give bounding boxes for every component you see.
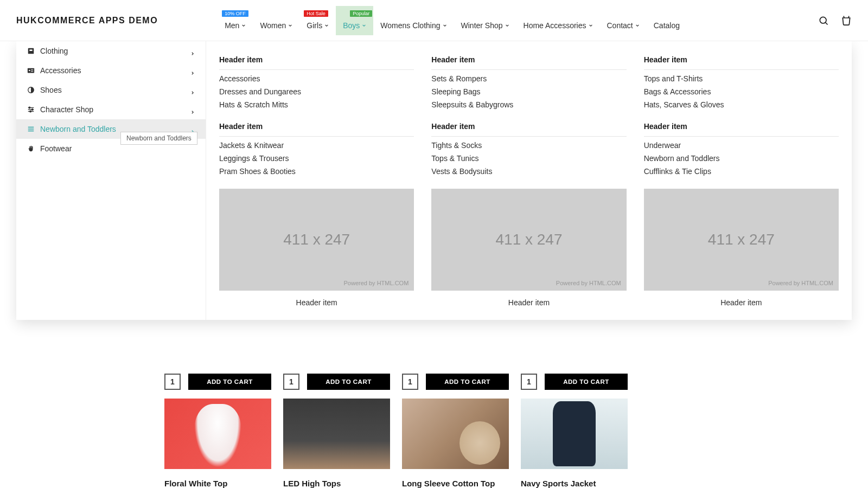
mega-link[interactable]: Pram Shoes & Booties xyxy=(219,167,414,176)
mega-link[interactable]: Bags & Accessories xyxy=(644,87,839,96)
mega-link[interactable]: Jackets & Knitwear xyxy=(219,141,414,150)
add-to-cart-button[interactable]: ADD TO CART xyxy=(545,374,628,390)
mega-group-header: Header item xyxy=(431,52,626,70)
mega-link[interactable]: Tops & Tunics xyxy=(431,154,626,163)
header-actions xyxy=(818,15,852,26)
nav-item-label: Men xyxy=(225,21,239,30)
add-to-cart-button[interactable]: ADD TO CART xyxy=(307,374,390,390)
mega-link[interactable]: Vests & Bodysuits xyxy=(431,167,626,176)
mega-link[interactable]: Cufflinks & Tie Clips xyxy=(644,167,839,176)
mega-link[interactable]: Hats, Scarves & Gloves xyxy=(644,100,839,109)
sidebar-item-label: Accessories xyxy=(40,66,81,75)
nav-item-label: Women xyxy=(260,21,286,30)
sidebar-item-accessories[interactable]: Accessories xyxy=(16,61,206,80)
nav-item-catalog[interactable]: Catalog xyxy=(647,6,687,35)
sidebar-item-label: Shoes xyxy=(40,86,62,94)
svg-point-13 xyxy=(31,109,33,111)
nav-item-label: Contact xyxy=(607,21,633,30)
chevron-right-icon xyxy=(190,127,195,131)
quantity-stepper[interactable]: 1 xyxy=(521,374,537,390)
tooltip: Newborn and Toddlers xyxy=(120,132,197,145)
nav-item-womens-clothing[interactable]: Womens Clothing xyxy=(373,6,454,35)
svg-rect-7 xyxy=(31,71,33,72)
mega-group-header: Header item xyxy=(644,52,839,70)
product-image[interactable] xyxy=(283,399,390,469)
mega-menu: ClothingAccessoriesShoesCharacter ShopNe… xyxy=(16,41,852,320)
placeholder-image[interactable]: 411 x 247Powered by HTML.COM xyxy=(644,189,839,291)
chevron-right-icon xyxy=(190,49,195,53)
chevron-right-icon xyxy=(190,68,195,73)
product-card: 1ADD TO CARTLong Sleeve Cotton Top xyxy=(402,374,509,488)
sidebar-item-clothing[interactable]: Clothing xyxy=(16,41,206,61)
sidebar-item-character-shop[interactable]: Character Shop xyxy=(16,100,206,119)
chevron-down-icon xyxy=(635,23,640,28)
quantity-stepper[interactable]: 1 xyxy=(402,374,418,390)
mega-group-header: Header item xyxy=(219,52,414,70)
product-title[interactable]: Navy Sports Jacket xyxy=(521,479,628,488)
id-icon xyxy=(27,67,35,74)
mega-link[interactable]: Sets & Rompers xyxy=(431,74,626,83)
mega-column: Header itemSets & RompersSleeping BagsSl… xyxy=(431,52,626,307)
settings-icon xyxy=(27,106,35,113)
contact-icon xyxy=(27,47,35,55)
product-image[interactable] xyxy=(164,399,271,469)
svg-point-12 xyxy=(29,107,30,108)
add-to-cart-button[interactable]: ADD TO CART xyxy=(188,374,271,390)
nav-item-contact[interactable]: Contact xyxy=(600,6,647,35)
mega-group-header: Header item xyxy=(644,119,839,137)
cart-icon[interactable] xyxy=(841,15,852,26)
nav-item-home-accessories[interactable]: Home Accessories xyxy=(516,6,600,35)
mega-link[interactable]: Underwear xyxy=(644,141,839,150)
nav-item-girls[interactable]: Hot SaleGirls xyxy=(299,6,336,35)
nav-badge: 10% OFF xyxy=(222,10,248,17)
svg-point-14 xyxy=(30,111,31,112)
mega-link[interactable]: Hats & Scratch Mitts xyxy=(219,100,414,109)
chevron-right-icon xyxy=(190,107,195,112)
nav-item-women[interactable]: Women xyxy=(253,6,299,35)
quantity-stepper[interactable]: 1 xyxy=(164,374,181,390)
product-title[interactable]: Floral White Top xyxy=(164,479,271,488)
product-title[interactable]: LED High Tops xyxy=(283,479,390,488)
category-sidebar: ClothingAccessoriesShoesCharacter ShopNe… xyxy=(16,41,206,320)
placeholder-caption[interactable]: Header item xyxy=(219,298,414,307)
product-card: 1ADD TO CARTFloral White Top xyxy=(164,374,271,488)
mega-group-header: Header item xyxy=(431,119,626,137)
nav-item-men[interactable]: 10% OFFMen xyxy=(218,6,253,35)
product-image[interactable] xyxy=(521,399,628,469)
mega-link[interactable]: Newborn and Toddlers xyxy=(644,154,839,163)
add-to-cart-button[interactable]: ADD TO CART xyxy=(426,374,509,390)
product-title[interactable]: Long Sleeve Cotton Top xyxy=(402,479,509,488)
svg-rect-4 xyxy=(28,68,34,73)
mega-link[interactable]: Sleeping Bags xyxy=(431,87,626,96)
placeholder-credit: Powered by HTML.COM xyxy=(344,280,409,286)
mega-link[interactable]: Accessories xyxy=(219,74,414,83)
placeholder-image[interactable]: 411 x 247Powered by HTML.COM xyxy=(431,189,626,291)
nav-item-label: Womens Clothing xyxy=(380,21,440,30)
site-logo[interactable]: HUKCOMMERCE APPS DEMO xyxy=(16,16,158,25)
nav-item-boys[interactable]: PopularBoys xyxy=(336,6,373,35)
mega-link[interactable]: Tights & Socks xyxy=(431,141,626,150)
chevron-down-icon xyxy=(443,23,447,28)
mega-link[interactable]: Dresses and Dungarees xyxy=(219,87,414,96)
svg-line-1 xyxy=(826,22,828,24)
placeholder-caption[interactable]: Header item xyxy=(644,298,839,307)
mega-link[interactable]: Tops and T-Shirts xyxy=(644,74,839,83)
sidebar-item-shoes[interactable]: Shoes xyxy=(16,80,206,100)
placeholder-credit: Powered by HTML.COM xyxy=(768,280,833,286)
mega-link[interactable]: Leggings & Trousers xyxy=(219,154,414,163)
placeholder-image[interactable]: 411 x 247Powered by HTML.COM xyxy=(219,189,414,291)
chevron-down-icon xyxy=(362,23,366,28)
mega-column: Header itemTops and T-ShirtsBags & Acces… xyxy=(644,52,839,307)
search-icon[interactable] xyxy=(818,15,829,26)
quantity-stepper[interactable]: 1 xyxy=(283,374,299,390)
svg-point-0 xyxy=(820,17,826,23)
mega-link[interactable]: Sleepsuits & Babygrows xyxy=(431,100,626,109)
sidebar-item-label: Newborn and Toddlers xyxy=(40,125,116,133)
sidebar-item-label: Footwear xyxy=(40,144,72,153)
header: HUKCOMMERCE APPS DEMO 10% OFFMenWomenHot… xyxy=(0,0,868,41)
nav-badge: Hot Sale xyxy=(304,10,328,17)
product-image[interactable] xyxy=(402,399,509,469)
placeholder-caption[interactable]: Header item xyxy=(431,298,626,307)
mega-menu-content: Header itemAccessoriesDresses and Dungar… xyxy=(206,41,852,320)
nav-item-winter-shop[interactable]: Winter Shop xyxy=(454,6,516,35)
